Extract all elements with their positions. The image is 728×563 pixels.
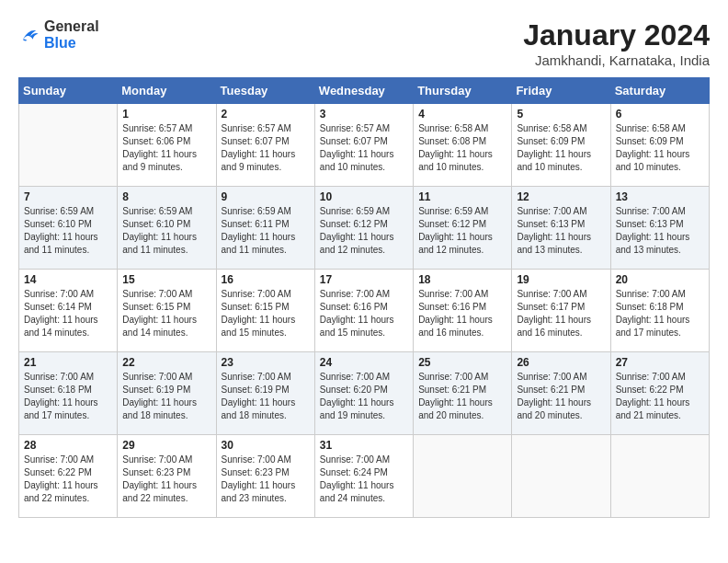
day-number: 4 — [418, 108, 506, 121]
day-info: Sunrise: 7:00 AMSunset: 6:23 PMDaylight:… — [222, 454, 310, 505]
day-info: Sunrise: 6:57 AMSunset: 6:07 PMDaylight:… — [222, 122, 310, 174]
day-info: Sunrise: 7:00 AMSunset: 6:17 PMDaylight:… — [517, 288, 605, 339]
calendar-cell: 19Sunrise: 7:00 AMSunset: 6:17 PMDayligh… — [512, 270, 610, 352]
title-block: January 2024 Jamkhandi, Karnataka, India — [523, 18, 710, 68]
calendar-cell: 5Sunrise: 6:58 AMSunset: 6:09 PMDaylight… — [512, 104, 610, 187]
day-number: 19 — [517, 273, 605, 286]
calendar-cell: 16Sunrise: 7:00 AMSunset: 6:15 PMDayligh… — [216, 270, 314, 352]
calendar-cell: 14Sunrise: 7:00 AMSunset: 6:14 PMDayligh… — [19, 270, 118, 352]
day-number: 28 — [24, 439, 112, 452]
calendar-cell: 24Sunrise: 7:00 AMSunset: 6:20 PMDayligh… — [314, 352, 413, 435]
day-number: 2 — [222, 108, 310, 121]
day-info: Sunrise: 7:00 AMSunset: 6:14 PMDaylight:… — [24, 288, 112, 339]
calendar-cell: 2Sunrise: 6:57 AMSunset: 6:07 PMDaylight… — [216, 104, 314, 187]
day-info: Sunrise: 7:00 AMSunset: 6:22 PMDaylight:… — [24, 454, 112, 505]
month-year-title: January 2024 — [523, 18, 710, 52]
calendar-cell: 17Sunrise: 7:00 AMSunset: 6:16 PMDayligh… — [314, 270, 413, 352]
day-number: 1 — [122, 108, 210, 121]
day-number: 17 — [320, 273, 408, 286]
calendar-week-row: 21Sunrise: 7:00 AMSunset: 6:18 PMDayligh… — [19, 352, 710, 435]
calendar-week-row: 14Sunrise: 7:00 AMSunset: 6:14 PMDayligh… — [19, 270, 710, 352]
day-number: 20 — [616, 273, 704, 286]
calendar-cell: 18Sunrise: 7:00 AMSunset: 6:16 PMDayligh… — [414, 270, 512, 352]
day-number: 23 — [222, 356, 310, 369]
weekday-header-row: SundayMondayTuesdayWednesdayThursdayFrid… — [19, 78, 710, 104]
calendar-cell: 1Sunrise: 6:57 AMSunset: 6:06 PMDaylight… — [118, 104, 216, 187]
weekday-header: Tuesday — [216, 78, 314, 104]
calendar-cell: 13Sunrise: 7:00 AMSunset: 6:13 PMDayligh… — [610, 187, 709, 270]
day-number: 11 — [418, 190, 506, 203]
calendar-cell: 28Sunrise: 7:00 AMSunset: 6:22 PMDayligh… — [19, 435, 118, 518]
day-number: 13 — [616, 190, 704, 203]
calendar-cell: 11Sunrise: 6:59 AMSunset: 6:12 PMDayligh… — [414, 187, 512, 270]
day-number: 8 — [122, 190, 210, 203]
calendar-cell: 9Sunrise: 6:59 AMSunset: 6:11 PMDaylight… — [216, 187, 314, 270]
calendar-cell — [414, 435, 512, 518]
day-info: Sunrise: 7:00 AMSunset: 6:13 PMDaylight:… — [517, 205, 605, 257]
day-info: Sunrise: 6:59 AMSunset: 6:10 PMDaylight:… — [122, 205, 210, 257]
calendar-cell: 29Sunrise: 7:00 AMSunset: 6:23 PMDayligh… — [118, 435, 216, 518]
day-info: Sunrise: 7:00 AMSunset: 6:15 PMDaylight:… — [222, 288, 310, 339]
day-info: Sunrise: 6:58 AMSunset: 6:09 PMDaylight:… — [616, 122, 704, 174]
day-info: Sunrise: 7:00 AMSunset: 6:21 PMDaylight:… — [517, 371, 605, 422]
logo-icon — [18, 24, 40, 46]
calendar-cell: 26Sunrise: 7:00 AMSunset: 6:21 PMDayligh… — [512, 352, 610, 435]
calendar-cell: 7Sunrise: 6:59 AMSunset: 6:10 PMDaylight… — [19, 187, 118, 270]
day-info: Sunrise: 7:00 AMSunset: 6:19 PMDaylight:… — [122, 371, 210, 422]
weekday-header: Saturday — [610, 78, 709, 104]
day-number: 22 — [122, 356, 210, 369]
calendar-cell — [19, 104, 118, 187]
weekday-header: Thursday — [414, 78, 512, 104]
day-info: Sunrise: 7:00 AMSunset: 6:23 PMDaylight:… — [122, 454, 210, 505]
calendar-cell: 8Sunrise: 6:59 AMSunset: 6:10 PMDaylight… — [118, 187, 216, 270]
day-info: Sunrise: 6:59 AMSunset: 6:12 PMDaylight:… — [418, 205, 506, 257]
day-info: Sunrise: 7:00 AMSunset: 6:18 PMDaylight:… — [616, 288, 704, 339]
calendar-table: SundayMondayTuesdayWednesdayThursdayFrid… — [18, 77, 710, 518]
day-number: 26 — [517, 356, 605, 369]
day-number: 12 — [517, 190, 605, 203]
day-info: Sunrise: 7:00 AMSunset: 6:22 PMDaylight:… — [616, 371, 704, 422]
day-number: 30 — [222, 439, 310, 452]
day-number: 6 — [616, 108, 704, 121]
day-info: Sunrise: 6:58 AMSunset: 6:09 PMDaylight:… — [517, 122, 605, 174]
day-number: 15 — [122, 273, 210, 286]
calendar-cell: 10Sunrise: 6:59 AMSunset: 6:12 PMDayligh… — [314, 187, 413, 270]
day-info: Sunrise: 7:00 AMSunset: 6:19 PMDaylight:… — [222, 371, 310, 422]
day-number: 3 — [320, 108, 408, 121]
calendar-cell: 25Sunrise: 7:00 AMSunset: 6:21 PMDayligh… — [414, 352, 512, 435]
weekday-header: Sunday — [19, 78, 118, 104]
day-info: Sunrise: 6:57 AMSunset: 6:07 PMDaylight:… — [320, 122, 408, 174]
calendar-cell: 31Sunrise: 7:00 AMSunset: 6:24 PMDayligh… — [314, 435, 413, 518]
day-info: Sunrise: 7:00 AMSunset: 6:21 PMDaylight:… — [418, 371, 506, 422]
day-number: 14 — [24, 273, 112, 286]
day-info: Sunrise: 6:59 AMSunset: 6:10 PMDaylight:… — [24, 205, 112, 257]
day-number: 16 — [222, 273, 310, 286]
calendar-week-row: 28Sunrise: 7:00 AMSunset: 6:22 PMDayligh… — [19, 435, 710, 518]
day-number: 27 — [616, 356, 704, 369]
location-subtitle: Jamkhandi, Karnataka, India — [523, 52, 710, 68]
day-number: 10 — [320, 190, 408, 203]
day-info: Sunrise: 7:00 AMSunset: 6:18 PMDaylight:… — [24, 371, 112, 422]
calendar-cell: 4Sunrise: 6:58 AMSunset: 6:08 PMDaylight… — [414, 104, 512, 187]
calendar-cell: 21Sunrise: 7:00 AMSunset: 6:18 PMDayligh… — [19, 352, 118, 435]
calendar-week-row: 7Sunrise: 6:59 AMSunset: 6:10 PMDaylight… — [19, 187, 710, 270]
weekday-header: Wednesday — [314, 78, 413, 104]
day-info: Sunrise: 7:00 AMSunset: 6:16 PMDaylight:… — [320, 288, 408, 339]
logo-text: General Blue — [44, 18, 99, 52]
logo: General Blue — [18, 18, 99, 52]
day-info: Sunrise: 6:57 AMSunset: 6:06 PMDaylight:… — [122, 122, 210, 174]
day-number: 18 — [418, 273, 506, 286]
day-info: Sunrise: 7:00 AMSunset: 6:20 PMDaylight:… — [320, 371, 408, 422]
day-info: Sunrise: 7:00 AMSunset: 6:15 PMDaylight:… — [122, 288, 210, 339]
day-number: 31 — [320, 439, 408, 452]
day-number: 5 — [517, 108, 605, 121]
weekday-header: Friday — [512, 78, 610, 104]
day-number: 25 — [418, 356, 506, 369]
day-number: 7 — [24, 190, 112, 203]
calendar-cell — [512, 435, 610, 518]
day-info: Sunrise: 7:00 AMSunset: 6:24 PMDaylight:… — [320, 454, 408, 505]
calendar-cell: 3Sunrise: 6:57 AMSunset: 6:07 PMDaylight… — [314, 104, 413, 187]
calendar-cell: 12Sunrise: 7:00 AMSunset: 6:13 PMDayligh… — [512, 187, 610, 270]
day-number: 9 — [222, 190, 310, 203]
calendar-cell: 27Sunrise: 7:00 AMSunset: 6:22 PMDayligh… — [610, 352, 709, 435]
